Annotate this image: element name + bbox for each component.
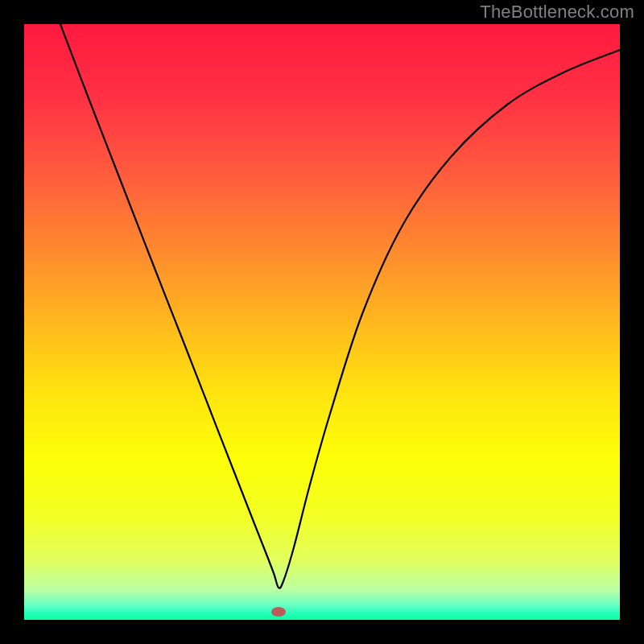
chart-frame: TheBottleneck.com <box>0 0 644 644</box>
gradient-background <box>24 24 620 620</box>
watermark-text: TheBottleneck.com <box>480 2 634 23</box>
plot-area <box>24 24 620 620</box>
optimal-point-marker <box>271 607 286 617</box>
bottleneck-plot-svg <box>24 24 620 620</box>
